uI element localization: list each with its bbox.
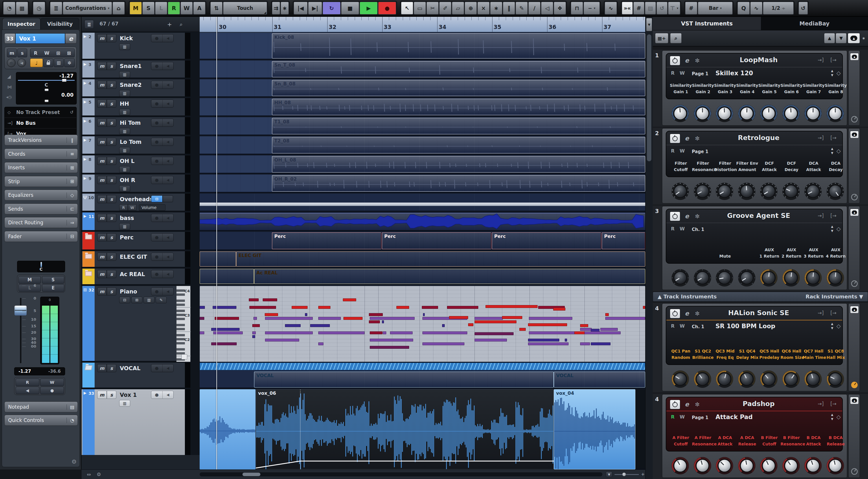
group-write-button[interactable]: W (128, 204, 136, 211)
rack-read-button[interactable]: R (671, 226, 675, 232)
spinner-down-icon[interactable]: ▼ (830, 327, 834, 330)
audio-event[interactable]: Ac REAL (254, 269, 645, 284)
track-mute-button[interactable]: m (97, 34, 107, 42)
fader-edit-button[interactable]: E (42, 284, 64, 292)
write-button[interactable]: W (44, 50, 50, 56)
knob-filter-distortion[interactable] (715, 182, 734, 201)
track-color-strip[interactable]: Ψ10 (83, 193, 95, 211)
track-monitor-button[interactable]: ◀ (162, 34, 174, 42)
knob-similarity-gain-2[interactable] (693, 104, 712, 123)
track-solo-button[interactable]: s (107, 391, 116, 399)
track-color-strip[interactable]: ▶5 (83, 98, 95, 116)
track-record-button[interactable]: ● (151, 100, 162, 108)
audio-event[interactable]: Sn_B_08 (272, 80, 645, 96)
musical-timebase-button[interactable]: ♩ (30, 58, 43, 67)
rack-collapse-button[interactable]: ▲ (850, 209, 859, 216)
fit-zoom-icon[interactable]: ⇔ (87, 472, 91, 477)
configurations-select[interactable]: Configurations▾ (63, 2, 112, 14)
preset-reload-icon[interactable]: ↺ (70, 110, 73, 115)
link-icon[interactable]: ⊞ (56, 50, 60, 56)
inspector-settings-gear[interactable]: ⚙ (71, 458, 77, 465)
zoom-slider-thumb[interactable] (622, 472, 626, 476)
knob-qc1-pan-random[interactable] (671, 370, 689, 388)
knob-b-dca-attack[interactable] (804, 456, 822, 475)
knob-filter-cutoff[interactable] (671, 182, 689, 201)
step-input-icon[interactable]: ⊓ (571, 2, 583, 14)
track-mute-button[interactable]: m (97, 233, 107, 241)
track-row[interactable]: ▶3msSnare1●◀▥ (82, 60, 190, 79)
knob-qc3-mid-freq-eq[interactable] (715, 370, 734, 388)
track-lanes-button[interactable]: ▥ (119, 400, 130, 407)
rack-read-button[interactable]: R (671, 323, 675, 329)
rack-write-button[interactable]: W (680, 414, 685, 420)
group-insert-spacer[interactable] (163, 196, 173, 202)
edit-channel-button[interactable]: e (65, 33, 77, 44)
spinner-up-icon[interactable]: ▲ (830, 69, 834, 72)
rack-write-button[interactable]: W (680, 323, 685, 329)
knob-dca-decay[interactable] (826, 182, 844, 201)
track-color-strip[interactable]: ▶9 (83, 175, 95, 192)
section-inserts[interactable]: Inserts⊞ (4, 162, 78, 173)
track-monitor-button[interactable]: ◀ (162, 119, 174, 126)
rack-read-button[interactable]: R (671, 148, 675, 154)
knob-unnamed[interactable] (738, 269, 756, 287)
section-sends[interactable]: Sends⊏ (4, 204, 78, 214)
rack-preset-diamond-icon[interactable]: ◇ (836, 226, 841, 232)
audio-event[interactable]: Perc (272, 232, 381, 249)
knob-s1-qc8-hall-mix[interactable] (826, 370, 844, 388)
group-automation-param[interactable]: Volume (139, 204, 165, 211)
instrument-output-icon[interactable]: [→ (830, 310, 836, 316)
record-button[interactable]: ● (378, 2, 396, 14)
track-record-button[interactable]: ● (151, 288, 162, 295)
track-row[interactable]: ▶7msLo Tom●◀▥ (82, 136, 190, 154)
audio-event[interactable] (199, 389, 256, 470)
knob-aux-4-return[interactable] (826, 269, 844, 287)
audio-event-selected[interactable]: vox_06 (256, 389, 554, 470)
track-color-strip[interactable] (83, 251, 95, 267)
section-direct-routing[interactable]: Direct Routing⇒ (4, 217, 78, 228)
track-lanes-button[interactable]: ▥ (119, 166, 130, 173)
spinner-down-icon[interactable]: ▼ (830, 229, 834, 232)
track-color-strip[interactable]: ▶3 (83, 60, 95, 78)
fader-record-button[interactable]: ● (40, 387, 64, 394)
instrument-freeze-button[interactable]: ✼ (693, 212, 702, 220)
track-color-strip[interactable]: ▶11 (83, 212, 95, 230)
track-lanes-button[interactable]: ▥ (119, 109, 130, 116)
track-record-button[interactable]: ● (151, 34, 162, 42)
knob-b-filter-cutoff[interactable] (760, 456, 778, 475)
automation-panel-button[interactable]: A (193, 2, 206, 14)
grid-relative-icon[interactable]: ▤ (645, 2, 656, 14)
tool-zoom[interactable]: ⊕ (465, 2, 477, 14)
track-mute-button[interactable]: m (97, 214, 107, 222)
knob-s1-qc4-delay-mix[interactable] (738, 370, 756, 388)
audio-event[interactable]: VOCAL (554, 371, 645, 388)
tracklist-settings-gear[interactable]: ⚙ (97, 472, 101, 477)
grid-icon[interactable]: # (685, 2, 697, 14)
track-color-strip[interactable]: ▶2 (83, 33, 95, 59)
track-monitor-button[interactable]: ◀ (162, 100, 174, 108)
knob-b-filter-resonance[interactable] (782, 456, 800, 475)
track-solo-button[interactable]: s (107, 253, 116, 261)
track-row[interactable]: ▶11msbass●◀▥ (82, 212, 190, 231)
listen-all-button[interactable]: L (155, 2, 167, 14)
track-record-button[interactable]: ● (151, 119, 162, 126)
track-mute-button[interactable]: m (97, 176, 107, 184)
instrument-freeze-button[interactable]: ✼ (693, 400, 702, 408)
quantize-toggle[interactable]: Q (738, 2, 750, 14)
tool-grid-warp[interactable]: ‖ (503, 2, 515, 14)
midi-inserts-button[interactable]: ⊟ (119, 297, 130, 303)
instrument-input-icon[interactable]: →] (818, 213, 824, 218)
audio-event[interactable]: T1_08 (272, 118, 645, 134)
track-monitor-button[interactable]: ◀ (162, 157, 174, 165)
track-lanes-button[interactable]: ▥ (119, 185, 130, 192)
track-solo-button[interactable]: s (107, 195, 116, 203)
track-color-strip[interactable] (83, 269, 95, 284)
rack-preset-spinner[interactable]: ▲▼ (830, 413, 834, 422)
instrument-edit-button[interactable]: e (683, 56, 691, 64)
track-mute-button[interactable]: m (97, 138, 107, 146)
rack-preset-spinner[interactable]: ▲▼ (830, 147, 834, 156)
track-row[interactable]: ▶6msHi Tom●◀▥ (82, 117, 190, 136)
rack-write-button[interactable]: W (680, 70, 685, 76)
knob-similarity-gain-6[interactable] (782, 104, 800, 123)
track-row[interactable]: ▶2msKick●◀▥ (82, 33, 190, 60)
